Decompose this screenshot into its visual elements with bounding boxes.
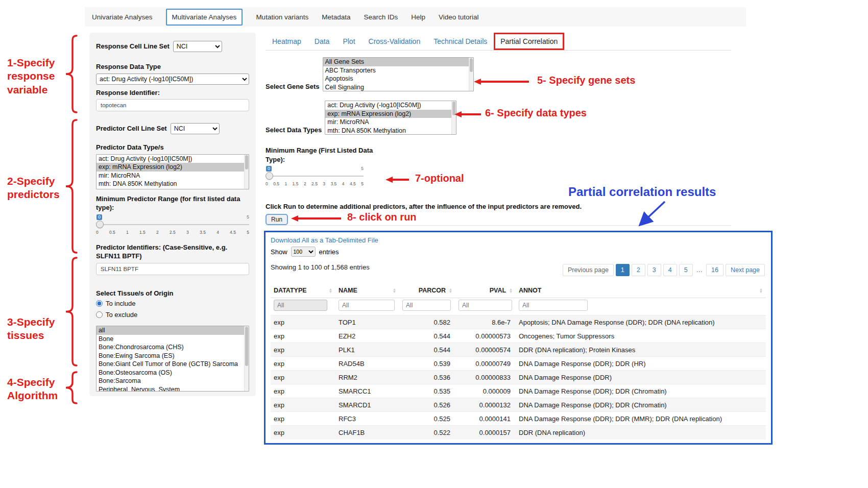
min-range-slider[interactable]: 0 5 0 0.5 1 1.5 2 2.5 3 3.5 4 4.5 5	[266, 166, 364, 188]
list-item-selected[interactable]: all	[97, 326, 249, 335]
slider-track[interactable]	[96, 224, 249, 225]
list-item[interactable]: Bone:Ewing Sarcoma (ES)	[97, 352, 249, 360]
filter-name-input[interactable]	[339, 300, 395, 311]
cell-name: RRM2	[335, 371, 399, 384]
column-header-pval[interactable]: PVAL▲▼	[455, 283, 516, 298]
filter-parcor-input[interactable]	[402, 300, 451, 311]
table-row[interactable]: exp SMARCC1 0.535 0.000009 DNA Damage Re…	[271, 384, 766, 398]
table-row[interactable]: exp RRM2 0.536 0.00000833 DNA Damage Res…	[271, 371, 766, 384]
show-label: Show	[271, 248, 287, 256]
download-link[interactable]: Download All as a Tab-Delimited File	[271, 236, 766, 244]
nav-metadata[interactable]: Metadata	[322, 13, 350, 21]
slider-handle[interactable]	[266, 172, 273, 180]
tick-label: 0	[266, 181, 268, 186]
page-button-4[interactable]: 4	[663, 264, 677, 276]
list-item[interactable]: Peripheral_Nervous_System	[97, 385, 249, 392]
nav-mutation-variants[interactable]: Mutation variants	[256, 13, 308, 21]
column-header-name[interactable]: NAME▲▼	[335, 283, 399, 298]
scrollbar-thumb[interactable]	[470, 58, 473, 72]
nav-univariate-analyses[interactable]: Univariate Analyses	[92, 13, 153, 21]
slider-handle[interactable]	[96, 221, 104, 228]
slider-track[interactable]	[266, 176, 364, 177]
table-row[interactable]: exp RAD54B 0.539 0.00000749 DNA Damage R…	[271, 357, 766, 371]
list-item[interactable]: ABC Transporters	[323, 66, 473, 75]
list-item[interactable]: mth: DNA 850K Methylation	[97, 180, 249, 188]
response-cell-line-set-select[interactable]: NCI	[173, 41, 222, 52]
list-item[interactable]: Bone:Giant Cell Tumor of Bone (GCTB) Sar…	[97, 360, 249, 369]
show-entries-select[interactable]: 100	[291, 247, 316, 257]
tissue-exclude-radio[interactable]	[96, 311, 103, 318]
filter-pval-input[interactable]	[459, 300, 512, 311]
tab-heatmap[interactable]: Heatmap	[266, 33, 308, 50]
cell-annot: DNA Damage Response (DDR); DDR (Chromati…	[516, 384, 766, 398]
data-types-listbox[interactable]: act: Drug Activity (-log10[IC50M]) exp: …	[325, 101, 456, 135]
tab-technical-details[interactable]: Technical Details	[427, 33, 494, 50]
next-page-button[interactable]: Next page	[726, 264, 765, 276]
tissue-listbox[interactable]: all Bone Bone:Chondrosarcoma (CHS) Bone:…	[96, 326, 249, 392]
list-item[interactable]: Cell Signaling	[323, 83, 473, 92]
scrollbar[interactable]	[244, 155, 249, 189]
table-row[interactable]: exp PLK1 0.544 0.00000574 DDR (DNA repli…	[271, 343, 766, 357]
table-row[interactable]: exp RFC3 0.525 0.0000141 DNA Damage Resp…	[271, 412, 766, 426]
list-item[interactable]: Apoptosis	[323, 75, 473, 83]
column-header-parcor[interactable]: PARCOR▲▼	[399, 283, 455, 298]
scrollbar-thumb[interactable]	[245, 155, 248, 169]
gene-sets-listbox[interactable]: All Gene Sets ABC Transporters Apoptosis…	[323, 57, 474, 91]
response-identifier-input[interactable]	[96, 99, 249, 111]
response-identifier-label: Response Identifier:	[96, 88, 249, 97]
filter-datatype-input[interactable]	[274, 300, 327, 311]
nav-search-ids[interactable]: Search IDs	[364, 13, 398, 21]
slider-value-badge: 0	[97, 214, 102, 220]
page-button-16[interactable]: 16	[706, 264, 724, 276]
list-item[interactable]: Bone	[97, 335, 249, 344]
page-button-3[interactable]: 3	[647, 264, 661, 276]
page-button-1[interactable]: 1	[616, 264, 630, 276]
predictor-identifiers-input[interactable]	[96, 263, 249, 275]
tab-cross-validation[interactable]: Cross-Validation	[362, 33, 427, 50]
cell-pval: 0.0000132	[455, 398, 516, 412]
list-item-selected[interactable]: All Gene Sets	[323, 58, 473, 66]
nav-multivariate-analyses[interactable]: Multivariate Analyses	[166, 9, 243, 26]
table-row[interactable]: exp SMARCD1 0.526 0.0000132 DNA Damage R…	[271, 398, 766, 412]
predictor-cell-line-set-select[interactable]: NCI	[171, 123, 220, 134]
list-item[interactable]: mir: MicroRNA	[325, 118, 456, 127]
response-data-type-select[interactable]: act: Drug Activity (-log10[IC50M])	[96, 74, 249, 85]
min-predictor-range-slider[interactable]: 0 5 0 0.5 1 1.5 2 2.5 3 3.5 4 4.5 5	[96, 214, 249, 237]
predictor-data-types-listbox[interactable]: act: Drug Activity (-log10[IC50M]) exp: …	[96, 154, 249, 189]
list-item[interactable]: Bone:Chondrosarcoma (CHS)	[97, 343, 249, 352]
list-item-selected[interactable]: exp: mRNA Expression (log2)	[97, 163, 249, 172]
nav-video-tutorial[interactable]: Video tutorial	[439, 13, 479, 21]
filter-annot-input[interactable]	[519, 300, 588, 311]
previous-page-button[interactable]: Previous page	[563, 264, 614, 276]
cell-name: SMARCC1	[335, 384, 399, 398]
list-item[interactable]: act: Drug Activity (-log10[IC50M])	[325, 101, 456, 110]
cell-pval: 0.00000749	[455, 357, 516, 371]
tab-data[interactable]: Data	[308, 33, 336, 50]
table-row[interactable]: exp TOP1 0.582 8.6e-7 Apoptosis; DNA Dam…	[271, 315, 766, 329]
tab-partial-correlation[interactable]: Partial Correlation	[494, 33, 564, 50]
tissue-include-radio[interactable]	[96, 300, 103, 307]
table-row[interactable]: exp EZH2 0.544 0.00000573 Oncogenes; Tum…	[271, 329, 766, 343]
page-button-2[interactable]: 2	[632, 264, 645, 276]
response-cell-line-set-label: Response Cell Line Set	[96, 42, 170, 51]
scrollbar-thumb[interactable]	[245, 327, 248, 365]
column-header-datatype[interactable]: DATATYPE▲▼	[271, 283, 335, 298]
list-item-selected[interactable]: exp: mRNA Expression (log2)	[325, 110, 456, 118]
list-item[interactable]: Bone:Osteosarcoma (OS)	[97, 369, 249, 377]
min-range-label: Minimum Range (First Listed Data Type):	[266, 146, 375, 164]
list-item[interactable]: mir: MicroRNA	[97, 172, 249, 180]
annotation-step7: 7-optional	[415, 173, 464, 184]
run-button[interactable]: Run	[266, 214, 288, 225]
tab-plot[interactable]: Plot	[336, 33, 361, 50]
nav-help[interactable]: Help	[411, 13, 425, 21]
list-item[interactable]: Bone:Sarcoma	[97, 377, 249, 385]
column-header-annot[interactable]: ANNOT▲▼	[516, 283, 766, 298]
brace-icon	[64, 35, 78, 115]
scrollbar[interactable]	[469, 58, 473, 91]
cell-annot: Oncogenes; Tumor Suppressors	[516, 329, 766, 343]
scrollbar[interactable]	[244, 326, 249, 391]
list-item[interactable]: mth: DNA 850K Methylation	[325, 127, 456, 135]
page-button-5[interactable]: 5	[679, 264, 693, 276]
list-item[interactable]: act: Drug Activity (-log10[IC50M])	[97, 155, 249, 163]
table-row[interactable]: exp CHAF1B 0.522 0.0000157 DDR (DNA repl…	[271, 426, 766, 440]
